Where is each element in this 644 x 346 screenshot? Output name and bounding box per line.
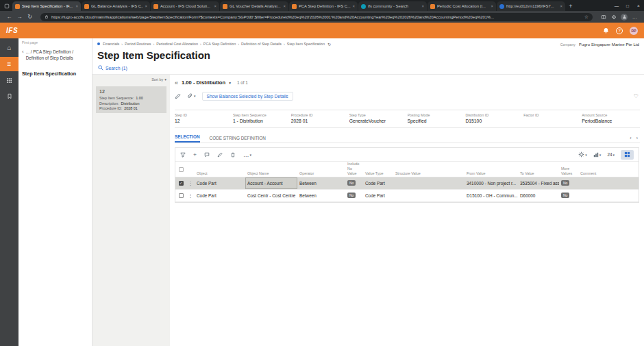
favorite-star-icon[interactable]: ☆ bbox=[584, 14, 589, 20]
cell-operator[interactable]: Between bbox=[297, 177, 345, 189]
filter-icon[interactable] bbox=[180, 152, 186, 158]
tab-close-icon[interactable]: × bbox=[75, 4, 78, 8]
column-header[interactable]: Comment bbox=[578, 171, 639, 176]
bookmark-icon[interactable] bbox=[0, 90, 18, 103]
back-icon[interactable]: ← bbox=[4, 14, 14, 20]
breadcrumb-item[interactable]: Periodical Cost Allocation bbox=[156, 42, 198, 46]
tab-close-icon[interactable]: × bbox=[145, 4, 147, 8]
browser-menu-icon[interactable]: … bbox=[630, 14, 640, 20]
browser-tab[interactable]: ifs community - Search × bbox=[358, 1, 427, 11]
cell-to-value[interactable]: D60000 bbox=[518, 190, 559, 201]
cell-include-no-value[interactable]: No bbox=[345, 177, 363, 189]
delete-row-icon[interactable] bbox=[230, 152, 236, 158]
home-icon[interactable]: ⌂ bbox=[0, 41, 18, 54]
browser-tab[interactable]: GL Balance Analysis - IFS C... × bbox=[82, 1, 150, 11]
tab-close-icon[interactable]: × bbox=[214, 4, 216, 8]
browser-tab[interactable]: PCA Step Definition - IFS C... × bbox=[289, 1, 358, 11]
sort-by-dropdown[interactable]: Sort by ▾ bbox=[96, 77, 166, 82]
cell-comment[interactable] bbox=[578, 190, 639, 201]
cell-comment[interactable] bbox=[578, 177, 639, 189]
tab-close-icon[interactable]: × bbox=[421, 4, 424, 8]
browser-tab[interactable]: http://eu012vm1196/IFS7... × bbox=[497, 1, 565, 11]
record-title[interactable]: 1.00 - Distribution bbox=[182, 79, 225, 86]
column-header[interactable]: Value Type bbox=[363, 171, 393, 176]
cell-structure-value[interactable] bbox=[393, 177, 465, 189]
cell-object[interactable]: Code Part bbox=[195, 190, 245, 201]
chevron-down-icon[interactable]: ▾ bbox=[229, 81, 231, 85]
edit-row-icon[interactable] bbox=[217, 152, 223, 158]
column-header[interactable]: Include No Value bbox=[345, 162, 363, 175]
add-row-icon[interactable]: + bbox=[193, 151, 197, 158]
breadcrumb-item[interactable]: PCA Step Definition bbox=[203, 42, 236, 46]
tabs-scroll-left-icon[interactable]: ‹ bbox=[630, 136, 631, 140]
user-avatar[interactable]: RP bbox=[630, 27, 638, 35]
cell-object-name[interactable]: Cost Centr - Cost Centre bbox=[245, 190, 297, 201]
browser-tab[interactable]: Account - IFS Cloud Soluti... × bbox=[151, 1, 219, 11]
cell-value-type[interactable]: Code Part bbox=[363, 190, 393, 201]
column-header[interactable]: Object bbox=[195, 171, 245, 176]
browser-profile-avatar[interactable] bbox=[621, 14, 628, 21]
column-header[interactable]: Structure Value bbox=[393, 171, 465, 176]
cell-object-name[interactable]: Account - Account bbox=[245, 177, 297, 189]
record-card-selected[interactable]: 12 Step Item Sequence: 1.00 Description:… bbox=[96, 86, 166, 113]
breadcrumb-item[interactable]: Step Item Specification bbox=[287, 42, 325, 46]
notifications-bell-icon[interactable] bbox=[603, 27, 609, 34]
table-row[interactable]: ✓ ⋮ Code Part Account - Account Between … bbox=[175, 177, 639, 190]
cell-include-no-value[interactable]: No bbox=[345, 190, 363, 201]
address-bar-input[interactable]: https://fugro-accifs.cloud/main/ifsappli… bbox=[40, 13, 593, 21]
tab-close-icon[interactable]: × bbox=[352, 4, 355, 8]
apps-grid-icon[interactable] bbox=[0, 74, 18, 87]
column-header[interactable]: From Value bbox=[465, 171, 518, 176]
row-checkbox-checked[interactable]: ✓ bbox=[179, 181, 184, 186]
cell-from-value[interactable]: 3410000 - Non project r... bbox=[465, 177, 518, 189]
tabs-scroll-right-icon[interactable]: › bbox=[636, 136, 638, 140]
column-header[interactable]: Object Name bbox=[245, 171, 297, 176]
tab-close-icon[interactable]: × bbox=[283, 4, 286, 8]
window-maximize-button[interactable]: □ bbox=[622, 0, 633, 11]
new-tab-button[interactable]: + bbox=[566, 3, 575, 10]
extensions-icon[interactable] bbox=[608, 14, 619, 20]
page-size-dropdown[interactable]: 24 ▾ bbox=[607, 152, 615, 157]
collapse-chevron-icon[interactable]: ‹ bbox=[22, 49, 24, 62]
company-context[interactable]: Company Fugro Singapore Marine Pte Ltd bbox=[560, 42, 639, 47]
breadcrumb-item[interactable]: Financials bbox=[103, 42, 119, 46]
breadcrumb-item[interactable]: Definition of Step Details bbox=[241, 42, 282, 46]
row-menu-icon[interactable]: ⋮ bbox=[186, 177, 195, 189]
window-minimize-button[interactable]: — bbox=[611, 0, 622, 11]
table-row[interactable]: ⋮ Code Part Cost Centr - Cost Centre Bet… bbox=[175, 190, 639, 202]
attachment-icon[interactable]: ▾ bbox=[187, 93, 196, 99]
column-header[interactable]: To Value bbox=[518, 171, 559, 176]
chart-view-icon[interactable]: ▾ bbox=[593, 152, 602, 158]
grid-view-toggle-button[interactable] bbox=[621, 150, 634, 160]
window-close-button[interactable]: × bbox=[633, 0, 644, 11]
browser-tab[interactable]: Periodic Cost Allocation (I... × bbox=[428, 1, 496, 11]
browser-tab[interactable]: Step Item Specification - IF... × bbox=[12, 1, 81, 11]
comment-icon[interactable] bbox=[204, 152, 210, 158]
select-all-checkbox[interactable] bbox=[179, 167, 184, 172]
search-link[interactable]: Search (1) bbox=[92, 61, 644, 74]
cell-structure-value[interactable] bbox=[393, 190, 465, 201]
tab-close-icon[interactable]: × bbox=[560, 4, 562, 8]
split-screen-icon[interactable] bbox=[598, 14, 608, 20]
tab-close-icon[interactable]: × bbox=[491, 4, 493, 8]
context-panel-title[interactable]: Step Item Specification bbox=[22, 71, 88, 77]
breadcrumb-item[interactable]: Period Routines bbox=[125, 42, 151, 46]
show-balances-button[interactable]: Show Balances Selected by Step Details bbox=[202, 92, 293, 101]
help-icon[interactable]: ? bbox=[616, 27, 623, 34]
favorite-heart-icon[interactable]: ♡ bbox=[634, 93, 639, 99]
cell-operator[interactable]: Between bbox=[297, 190, 345, 201]
row-checkbox[interactable] bbox=[179, 193, 184, 198]
column-header[interactable]: Operator bbox=[297, 171, 345, 176]
row-menu-icon[interactable]: ⋮ bbox=[186, 190, 195, 201]
cell-from-value[interactable]: D15100 - OH - Commun... bbox=[465, 190, 518, 201]
tab-code-string-definition[interactable]: CODE STRING DEFINITION bbox=[210, 136, 266, 143]
more-actions-icon[interactable]: … ▾ bbox=[243, 151, 251, 158]
column-header[interactable]: More Values bbox=[559, 166, 578, 176]
cell-to-value[interactable]: 3535004 - Fixed assets ... bbox=[518, 177, 559, 189]
ifs-logo[interactable]: IFS bbox=[6, 27, 18, 34]
previous-record-icon[interactable]: « bbox=[175, 79, 178, 86]
tab-selection[interactable]: SELECTION bbox=[175, 134, 200, 143]
refresh-icon[interactable]: ↻ bbox=[25, 14, 35, 20]
cell-value-type[interactable]: Code Part bbox=[363, 177, 393, 189]
forward-icon[interactable]: → bbox=[14, 14, 25, 20]
